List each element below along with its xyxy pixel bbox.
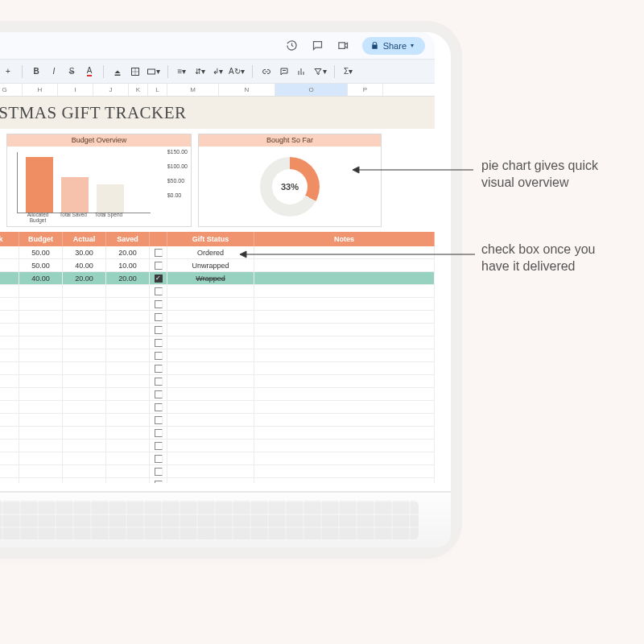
comment-button[interactable] [278,64,291,79]
bar-chart-y-ticks: $150.00$100.00$50.00$0.00 [167,149,188,198]
cell-budget[interactable]: 50.00 [19,259,63,271]
align-h-button[interactable]: ≡▾ [175,64,188,79]
checkbox[interactable] [155,249,163,257]
cell-actual[interactable]: 20.00 [63,272,106,284]
checkbox[interactable] [155,403,163,411]
functions-button[interactable]: Σ▾ [342,64,355,79]
checkbox[interactable] [155,429,163,437]
column-header-O[interactable]: O [275,84,348,96]
checkbox[interactable] [155,313,163,321]
cell-notes[interactable] [254,272,435,284]
cards-row: Budget Overview $150.00$100.00$50.00$0.0… [0,129,435,232]
fill-color-button[interactable] [111,64,124,79]
checkbox[interactable] [155,455,163,463]
table-row [0,388,435,401]
column-header-P[interactable]: P [348,84,383,96]
borders-button[interactable] [129,64,142,79]
table-body: Kmart50.0030.0020.00OrderedSephora50.004… [0,246,435,483]
cell-actual[interactable]: 40.00 [63,259,106,271]
meet-icon[interactable] [336,39,351,53]
bold-button[interactable]: B [30,64,43,79]
column-header-L[interactable]: L [148,84,167,96]
cell-checkbox [150,259,167,271]
wrap-button[interactable]: ↲▾ [211,64,224,79]
link-button[interactable] [260,64,273,79]
filter-button[interactable]: ▾ [313,64,327,79]
table-row [0,375,435,388]
cell-status[interactable]: Wrapped [167,272,254,284]
svg-marker-7 [240,251,246,258]
checkbox[interactable] [155,365,163,373]
header-actual: Actual [63,232,106,246]
table-row [0,362,435,375]
cell-store[interactable]: Amazon [0,272,19,284]
plus-button[interactable]: + [2,64,14,79]
column-header-H[interactable]: H [23,84,58,96]
column-header-N[interactable]: N [219,84,275,96]
cell-checkbox [150,246,167,258]
checkbox[interactable] [155,339,163,347]
annotation-arrow-2 [240,250,481,259]
checkbox[interactable] [155,352,163,360]
rotate-button[interactable]: A↻▾ [229,64,245,79]
cell-actual[interactable]: 30.00 [63,246,106,258]
cell-store[interactable]: Sephora [0,259,19,271]
checkbox[interactable] [155,481,163,484]
checkbox[interactable] [155,300,163,308]
cell-store[interactable]: Kmart [0,246,19,258]
cell-budget[interactable]: 50.00 [19,246,63,258]
table-row [0,324,435,336]
chart-button[interactable] [295,64,308,79]
table-row [0,349,435,362]
checkbox[interactable] [155,262,163,270]
bar-chart-x-ticks: Allocated BudgetTotal SavedTotal Spend [22,212,151,223]
checkbox[interactable] [155,287,163,295]
budget-overview-card: Budget Overview $150.00$100.00$50.00$0.0… [6,134,192,227]
annotation-arrow-1 [353,165,481,175]
header-saved: Saved [106,232,150,246]
annotation-pie-chart: pie chart gives quick visual overview [481,158,626,192]
history-icon[interactable] [285,39,299,53]
table-row [0,440,435,452]
checkbox[interactable] [155,416,163,424]
column-header-G[interactable]: G [0,84,23,96]
strike-button[interactable]: S [65,64,78,79]
align-v-button[interactable]: ⇵▾ [193,64,206,79]
table-row: Amazon40.0020.0020.00✓Wrapped [0,272,435,285]
header-notes: Notes [254,232,435,246]
table-row [0,336,435,349]
column-headers: FGHIJKLMNOP [0,84,435,97]
column-header-J[interactable]: J [93,84,129,96]
column-header-I[interactable]: I [58,84,93,96]
cell-status[interactable]: Unwrapped [167,259,254,271]
cell-budget[interactable]: 40.00 [19,272,63,284]
bought-so-far-card: Bought So Far 33% [198,134,382,227]
checkbox[interactable] [155,378,163,386]
checkbox[interactable] [155,390,163,398]
checkbox[interactable]: ✓ [155,275,163,283]
checkbox[interactable] [155,326,163,334]
cell-notes[interactable] [254,259,435,271]
table-row [0,285,435,298]
table-row [0,311,435,324]
share-button[interactable]: Share ▾ [362,37,425,55]
bar-0 [26,157,53,213]
title-row: CHRISTMAS GIFT TRACKER [0,97,435,129]
donut-percent-label: 33% [281,182,299,192]
table-row [0,465,435,478]
cell-saved[interactable]: 20.00 [106,246,150,258]
merge-button[interactable]: ▾ [147,64,160,79]
bought-so-far-title: Bought So Far [199,134,381,147]
cell-saved[interactable]: 10.00 [106,259,150,271]
bar-chart [17,152,151,213]
column-header-M[interactable]: M [167,84,219,96]
checkbox[interactable] [155,442,163,450]
comment-icon[interactable] [311,39,325,53]
page-title: CHRISTMAS GIFT TRACKER [0,103,187,123]
cell-saved[interactable]: 20.00 [106,272,150,284]
text-color-button[interactable]: A [83,64,96,79]
italic-button[interactable]: I [47,64,60,79]
checkbox[interactable] [155,468,163,476]
keyboard [0,491,451,547]
column-header-K[interactable]: K [129,84,148,96]
